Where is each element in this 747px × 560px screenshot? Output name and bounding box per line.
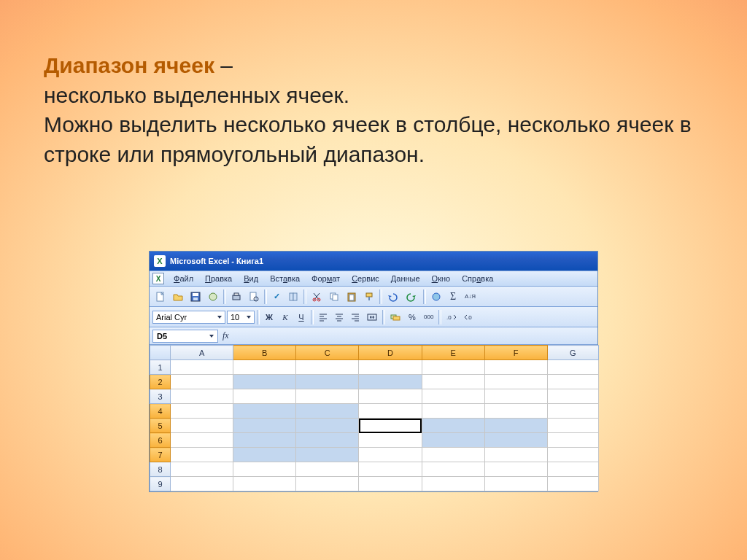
menu-view[interactable]: Вид bbox=[239, 273, 263, 284]
spreadsheet-grid[interactable]: A B C D E F G 123456789 bbox=[150, 345, 597, 491]
cell[interactable] bbox=[296, 462, 359, 477]
col-header[interactable]: C bbox=[296, 346, 359, 360]
row-header[interactable]: 3 bbox=[150, 389, 171, 404]
menu-data[interactable]: Данные bbox=[386, 273, 425, 284]
cell[interactable] bbox=[359, 360, 422, 375]
copy-button[interactable] bbox=[326, 289, 342, 304]
autosum-button[interactable]: Σ bbox=[446, 289, 460, 304]
row-header[interactable]: 1 bbox=[150, 360, 171, 375]
cell[interactable] bbox=[233, 477, 296, 491]
cell[interactable] bbox=[359, 448, 422, 462]
cell[interactable] bbox=[422, 448, 484, 462]
cell[interactable] bbox=[422, 419, 484, 433]
cell[interactable] bbox=[547, 448, 598, 462]
col-header[interactable]: E bbox=[422, 346, 484, 360]
cell[interactable] bbox=[547, 389, 598, 404]
comma-style-button[interactable]: 000 bbox=[421, 310, 436, 324]
cell[interactable] bbox=[484, 404, 547, 419]
cell[interactable] bbox=[422, 375, 484, 389]
cell[interactable] bbox=[484, 462, 547, 477]
cell[interactable] bbox=[171, 404, 233, 419]
undo-button[interactable] bbox=[384, 289, 402, 304]
spellcheck-button[interactable]: ✓ bbox=[269, 289, 284, 304]
increase-decimal-button[interactable]: .0 bbox=[444, 310, 460, 324]
select-all-corner[interactable] bbox=[150, 346, 171, 360]
cell[interactable] bbox=[422, 462, 484, 477]
cell[interactable] bbox=[233, 448, 296, 462]
cell[interactable] bbox=[296, 404, 359, 419]
italic-button[interactable]: К bbox=[278, 310, 293, 324]
cut-button[interactable] bbox=[309, 289, 325, 304]
cell[interactable] bbox=[359, 404, 422, 419]
row-header[interactable]: 5 bbox=[150, 419, 171, 433]
cell[interactable] bbox=[359, 375, 422, 389]
cell[interactable] bbox=[547, 360, 598, 375]
row-header[interactable]: 8 bbox=[150, 462, 171, 477]
cell[interactable] bbox=[233, 389, 296, 404]
row-header[interactable]: 4 bbox=[150, 404, 171, 419]
cell[interactable] bbox=[422, 360, 484, 375]
row-header[interactable]: 6 bbox=[150, 433, 171, 448]
cell[interactable] bbox=[171, 419, 233, 433]
cell[interactable] bbox=[484, 360, 547, 375]
row-header[interactable]: 7 bbox=[150, 448, 171, 462]
permission-button[interactable] bbox=[205, 289, 221, 304]
cell[interactable] bbox=[422, 404, 484, 419]
menu-file[interactable]: Файл bbox=[169, 273, 198, 284]
cell[interactable] bbox=[547, 419, 598, 433]
align-right-button[interactable] bbox=[348, 310, 363, 324]
cell[interactable] bbox=[171, 433, 233, 448]
cell[interactable] bbox=[171, 375, 233, 389]
cell[interactable] bbox=[296, 477, 359, 491]
cell[interactable] bbox=[233, 404, 296, 419]
cell[interactable] bbox=[484, 433, 547, 448]
menu-help[interactable]: Справка bbox=[457, 273, 498, 284]
redo-button[interactable] bbox=[403, 289, 421, 304]
font-name-select[interactable]: Arial Cyr bbox=[152, 311, 225, 324]
titlebar[interactable]: X Microsoft Excel - Книга1 bbox=[150, 252, 597, 271]
cell[interactable] bbox=[422, 389, 484, 404]
sort-asc-button[interactable]: А↓Я bbox=[462, 289, 479, 304]
cell[interactable] bbox=[484, 389, 547, 404]
cell[interactable] bbox=[484, 477, 547, 491]
print-preview-button[interactable] bbox=[246, 289, 262, 304]
cell[interactable] bbox=[296, 389, 359, 404]
col-header[interactable]: G bbox=[547, 346, 598, 360]
font-size-select[interactable]: 10 bbox=[227, 311, 255, 324]
cell[interactable] bbox=[296, 375, 359, 389]
cell[interactable] bbox=[484, 448, 547, 462]
hyperlink-button[interactable] bbox=[428, 289, 444, 304]
bold-button[interactable]: Ж bbox=[262, 310, 276, 324]
cell[interactable] bbox=[359, 433, 422, 448]
currency-button[interactable] bbox=[387, 310, 403, 324]
cell[interactable] bbox=[422, 433, 484, 448]
row-header[interactable]: 2 bbox=[150, 375, 171, 389]
cell[interactable] bbox=[296, 419, 359, 433]
cell[interactable] bbox=[359, 462, 422, 477]
new-button[interactable] bbox=[152, 289, 169, 304]
merge-center-button[interactable] bbox=[364, 310, 380, 324]
cell[interactable] bbox=[233, 419, 296, 433]
cell[interactable] bbox=[484, 375, 547, 389]
col-header[interactable]: A bbox=[171, 346, 233, 360]
cell[interactable] bbox=[171, 448, 233, 462]
cell[interactable] bbox=[359, 389, 422, 404]
research-button[interactable] bbox=[285, 289, 301, 304]
cell[interactable] bbox=[171, 462, 233, 477]
align-center-button[interactable] bbox=[332, 310, 347, 324]
cell[interactable] bbox=[233, 462, 296, 477]
underline-button[interactable]: Ч bbox=[294, 310, 309, 324]
menu-format[interactable]: Формат bbox=[306, 273, 345, 284]
cell[interactable] bbox=[296, 433, 359, 448]
cell[interactable] bbox=[296, 448, 359, 462]
open-button[interactable] bbox=[170, 289, 186, 304]
align-left-button[interactable] bbox=[316, 310, 330, 324]
cell[interactable] bbox=[171, 477, 233, 491]
cell[interactable] bbox=[171, 389, 233, 404]
cell[interactable] bbox=[171, 360, 233, 375]
menu-tools[interactable]: Сервис bbox=[347, 273, 384, 284]
fx-icon[interactable]: fx bbox=[222, 330, 229, 341]
name-box[interactable]: D5 bbox=[152, 330, 218, 343]
cell[interactable] bbox=[547, 404, 598, 419]
row-header[interactable]: 9 bbox=[150, 477, 171, 491]
